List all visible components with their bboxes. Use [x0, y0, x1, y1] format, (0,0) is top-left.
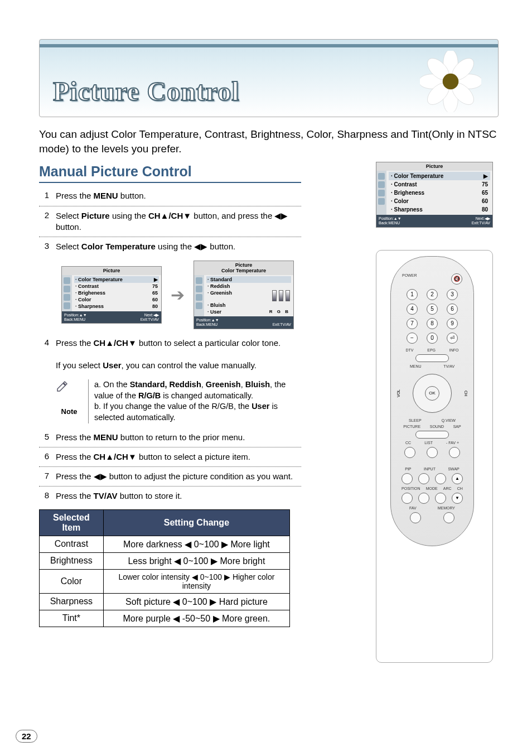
step-6: 6 Press the CH▲/CH▼ button to select a p…	[39, 449, 301, 465]
step-4: 4 Press the CH▲/CH▼ button to select a p…	[39, 335, 301, 374]
step-7: 7 Press the ◀▶ button to adjust the pict…	[39, 468, 301, 485]
svg-point-8	[443, 74, 459, 90]
remote-graphic: POWER 🔇 1 2 3 4 5 6 7 8 9 − 0 ⏎	[376, 250, 493, 663]
nav-ring[interactable]: OK	[413, 374, 452, 413]
page-title: Picture Control	[53, 76, 240, 107]
key-enter[interactable]: ⏎	[447, 333, 458, 344]
table-row: BrightnessLess bright ◀ 0~100 ▶ More bri…	[40, 552, 290, 569]
flower-icon	[420, 51, 481, 112]
key-1[interactable]: 1	[407, 289, 418, 300]
osd-picture-small: Picture · Color Temperature▶ · Contrast7…	[61, 266, 162, 324]
osd-picture-large: Picture · Color Temperature▶ · Contrast7…	[376, 162, 493, 228]
page-number: 22	[16, 730, 37, 743]
key-3[interactable]: 3	[447, 289, 458, 300]
table-row: ContrastMore darkness ◀ 0~100 ▶ More lig…	[40, 536, 290, 552]
key-dash[interactable]: −	[407, 333, 418, 344]
step-1: 1 Press the MENU button.	[39, 187, 301, 204]
mute-button[interactable]: 🔇	[451, 273, 462, 285]
step-5: 5 Press the MENU button to return to the…	[39, 429, 301, 446]
table-row: ColorLower color intensity ◀ 0~100 ▶ Hig…	[40, 569, 290, 593]
note-pencil-icon	[56, 379, 69, 393]
table-row: Tint*More purple ◀ -50~50 ▶ More green.	[40, 610, 290, 627]
ok-button[interactable]: OK	[425, 386, 439, 401]
key-9[interactable]: 9	[447, 318, 458, 329]
step-8: 8 Press the TV/AV button to store it.	[39, 488, 301, 504]
arrow-right-icon: ➔	[171, 285, 185, 305]
key-4[interactable]: 4	[407, 304, 418, 315]
osd-color-temperature: PictureColor Temperature · Standard · Re…	[194, 261, 294, 329]
step-2: 2 Select Picture using the CH▲/CH▼ butto…	[39, 208, 301, 236]
key-5[interactable]: 5	[427, 304, 438, 315]
key-7[interactable]: 7	[407, 318, 418, 329]
section-heading: Manual Picture Control	[39, 163, 301, 183]
table-row: SharpnessSoft picture ◀ 0~100 ▶ Hard pic…	[40, 593, 290, 610]
key-0[interactable]: 0	[427, 333, 438, 344]
key-2[interactable]: 2	[427, 289, 438, 300]
page-banner: Picture Control	[39, 39, 499, 117]
note-box: Note a. On the Standard, Reddish, Greeni…	[56, 379, 301, 423]
intro-text: You can adjust Color Temperature, Contra…	[39, 127, 499, 156]
settings-table: Selected ItemSetting Change ContrastMore…	[39, 509, 290, 627]
key-6[interactable]: 6	[447, 304, 458, 315]
step-3: 3 Select Color Temperature using the ◀▶ …	[39, 238, 301, 255]
key-8[interactable]: 8	[427, 318, 438, 329]
